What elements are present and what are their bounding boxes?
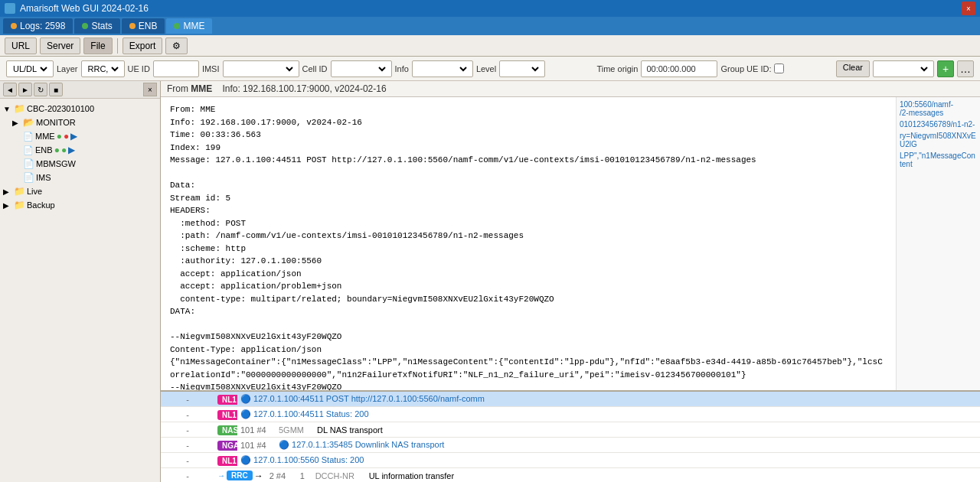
enb-status-green1: ● (54, 145, 60, 155)
badge-nas-2: NAS (217, 425, 237, 435)
file-icon-mme: 📄 (23, 132, 34, 142)
sidebar-item-1[interactable]: 010123456789/n1-n2- (900, 120, 977, 129)
table-row[interactable]: - NL1 ← 🔵 127.0.1.100:44511 Status: 200 (161, 407, 980, 422)
ul-dl-dropdown[interactable]: UL/DL (10, 64, 50, 74)
url-button[interactable]: URL (5, 37, 37, 54)
file-button[interactable]: File (83, 37, 112, 54)
export-label: Export (129, 41, 156, 51)
back-button[interactable]: ◄ (3, 83, 17, 96)
cell-time-5: - (161, 470, 214, 482)
right-panel: From MME Info: 192.168.100.17:9000, v202… (161, 81, 980, 482)
info-label: Info (395, 64, 409, 73)
info-text: Info: 192.168.100.17:9000, v2024-02-16 (222, 83, 386, 94)
filter-extra-select[interactable] (873, 60, 934, 77)
ul-dl-select[interactable]: UL/DL (6, 60, 54, 77)
info-select[interactable] (412, 60, 473, 77)
cell-id-dropdown[interactable] (335, 64, 388, 74)
filter-bar: UL/DL Layer RRC, UE ID IMSI Cell ID Info… (0, 57, 980, 81)
sidebar-item-2[interactable]: ry=NiegvmI508XNXvEU2lG (900, 132, 977, 148)
mme-status-blue: ▶ (70, 131, 77, 142)
table-row[interactable]: - NL1 → 🔵 127.0.1.100:44511 POST http://… (161, 392, 980, 407)
add-filter-button[interactable]: + (937, 60, 954, 77)
folder-icon-live: 📁 (14, 186, 25, 197)
stop-button[interactable]: ■ (49, 83, 63, 96)
level-dropdown[interactable] (503, 64, 541, 74)
tree-label-backup: Backup (27, 200, 55, 210)
server-button[interactable]: Server (40, 37, 80, 54)
level-select[interactable] (499, 60, 545, 77)
cell-id-select[interactable] (331, 60, 392, 77)
tree-label-live: Live (27, 187, 42, 196)
tree-item-live[interactable]: ▶ 📁 Live (0, 184, 160, 198)
tree-item-enb[interactable]: 📄 ENB ● ● ▶ (9, 143, 160, 157)
file-icon-enb: 📄 (23, 145, 34, 155)
cell-info-0: 🔵 127.0.1.100:44511 POST http://127.0.1.… (237, 392, 980, 405)
cell-info-1: 🔵 127.0.1.100:44511 Status: 200 (237, 408, 980, 421)
tree-arrow-live: ▶ (3, 187, 12, 196)
tab-enb-dot (129, 23, 136, 29)
tree-arrow-monitor: ▶ (12, 119, 21, 127)
tree-item-mme[interactable]: 📄 MME ● ● ▶ (9, 129, 160, 143)
cell-src-5: 1 (297, 470, 312, 482)
tab-stats[interactable]: Stats (74, 18, 119, 34)
group-ue-label: Group UE ID: (720, 64, 771, 73)
tab-enb[interactable]: ENB (122, 18, 165, 34)
server-label: Server (47, 41, 74, 51)
layer-dropdown[interactable]: RRC, (85, 64, 121, 74)
group-ue-checkbox[interactable] (774, 64, 784, 73)
table-row[interactable]: - NGAP → 101 #4 🔵 127.0.1.1:35485 Downli… (161, 438, 980, 453)
main-layout: ◄ ► ↻ ■ × ▼ 📁 CBC-2023010100 ▶ 📂 MONITOR… (0, 81, 980, 482)
left-panel: ◄ ► ↻ ■ × ▼ 📁 CBC-2023010100 ▶ 📂 MONITOR… (0, 81, 161, 482)
tree-item-cbc[interactable]: ▼ 📁 CBC-2023010100 (0, 102, 160, 116)
tab-mme[interactable]: MME (166, 18, 212, 34)
layer-select[interactable]: RRC, (81, 60, 125, 77)
clear-button[interactable]: Clear (836, 60, 870, 77)
refresh-button[interactable]: ↻ (34, 83, 47, 96)
ue-id-input[interactable] (153, 60, 199, 77)
file-label: File (90, 41, 105, 51)
tree-label-ims: IMS (36, 173, 51, 182)
badge-ngap-3: NGAP (217, 441, 237, 451)
badge-nl1-4: NL1 (217, 456, 237, 466)
settings-icon: ⚙ (172, 41, 181, 51)
close-window-button[interactable]: × (962, 2, 975, 15)
info-from-label: From (167, 83, 191, 94)
tab-logs[interactable]: Logs: 2598 (3, 18, 73, 34)
file-icon-mbmsgw: 📄 (23, 158, 34, 169)
cell-proto-5: DCCH-NR (312, 470, 366, 482)
tree-item-mbmsgw[interactable]: 📄 MBMSGW (9, 157, 160, 171)
message-text[interactable]: From: MME Info: 192.168.100.17:9000, v20… (161, 97, 896, 390)
info-from-value: MME (191, 83, 212, 94)
imsi-select[interactable] (223, 60, 299, 77)
settings-button[interactable]: ⚙ (165, 37, 188, 54)
table-row[interactable]: - → RRC → 2 #4 1 DCCH-NR UL information … (161, 468, 980, 482)
tree-arrow-backup: ▶ (3, 201, 12, 210)
tree-item-monitor[interactable]: ▶ 📂 MONITOR (9, 116, 160, 129)
table-row[interactable]: - NAS → 101 #4 5GMM DL NAS transport (161, 422, 980, 438)
sidebar-item-0[interactable]: 100:5560/namf-/2-messages (900, 100, 977, 117)
cell-time-2: - (161, 424, 214, 436)
message-detail: From: MME Info: 192.168.100.17:9000, v20… (161, 97, 980, 390)
more-filter-button[interactable]: … (957, 60, 974, 77)
mme-status-green: ● (57, 131, 62, 142)
panel-close-button[interactable]: × (143, 83, 157, 96)
tree-item-backup[interactable]: ▶ 📁 Backup (0, 198, 160, 212)
info-dropdown[interactable] (416, 64, 469, 74)
table-row[interactable]: - NL1 ← 🔵 127.0.1.100:5560 Status: 200 (161, 453, 980, 468)
badge-nl1-1: NL1 (217, 410, 237, 420)
app-icon (5, 3, 15, 14)
info-link-0: 🔵 127.0.1.100:44511 POST http://127.0.1.… (240, 394, 485, 403)
left-panel-toolbar: ◄ ► ↻ ■ × (0, 81, 160, 99)
title-bar: Amarisoft Web GUI 2024-02-16 × (0, 0, 980, 17)
export-button[interactable]: Export (122, 37, 163, 54)
info-link-3: 🔵 127.0.1.1:35485 Downlink NAS transport (279, 440, 444, 449)
message-sidebar: 100:5560/namf-/2-messages 010123456789/n… (896, 97, 980, 390)
tab-stats-label: Stats (91, 21, 112, 31)
ue-id-label: UE ID (128, 64, 150, 73)
forward-button[interactable]: ► (18, 83, 32, 96)
sidebar-item-3[interactable]: LPP","n1MessageContent (900, 151, 977, 168)
arrow-icon-5: → (254, 471, 263, 481)
tree-item-ims[interactable]: 📄 IMS (9, 171, 160, 184)
cell-id-2: 101 #4 (237, 424, 276, 436)
imsi-dropdown[interactable] (227, 64, 296, 74)
